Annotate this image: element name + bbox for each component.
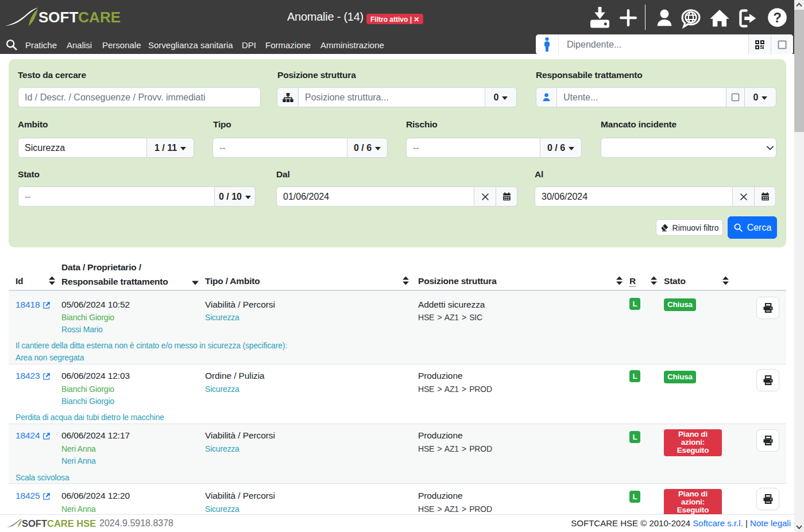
svg-text:?: ? [773, 10, 782, 25]
